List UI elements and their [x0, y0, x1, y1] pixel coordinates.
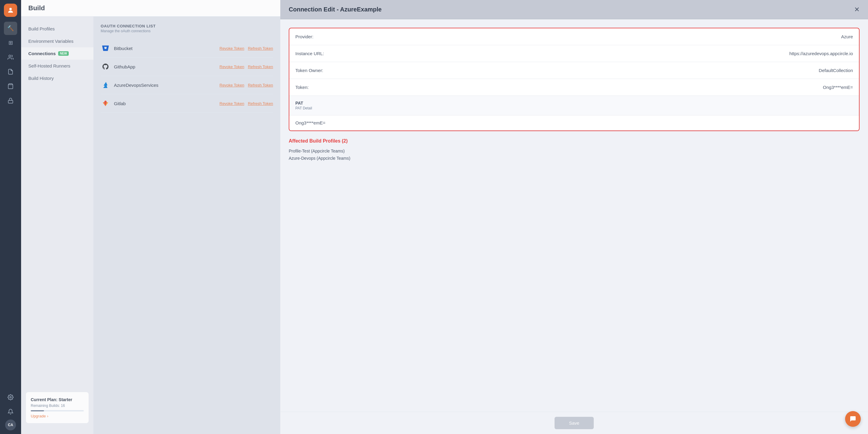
- bitbucket-refresh[interactable]: Refresh Token: [248, 46, 273, 51]
- sidebar-item-build-history[interactable]: Build History: [21, 72, 93, 84]
- svg-rect-3: [8, 100, 13, 103]
- sidebar-item-self-hosted[interactable]: Self-Hosted Runners: [21, 60, 93, 72]
- bag-icon[interactable]: [4, 80, 17, 93]
- plan-box: Current Plan: Starter Remaining Builds: …: [26, 392, 89, 423]
- affected-item-0: Profile-Test (Appcircle Teams): [289, 147, 860, 155]
- edit-header: Connection Edit - AzureExample ✕: [280, 0, 868, 19]
- close-button[interactable]: ✕: [854, 6, 860, 13]
- edit-body: Provider: Azure Instance URL: https://az…: [280, 19, 868, 412]
- app-logo[interactable]: [4, 4, 17, 17]
- users-icon[interactable]: [4, 51, 17, 64]
- github-actions: Revoke Token Refresh Token: [219, 64, 273, 69]
- grid-icon[interactable]: ⊞: [4, 36, 17, 50]
- gitlab-name: Gitlab: [114, 101, 219, 106]
- user-avatar[interactable]: CA: [5, 420, 16, 430]
- svg-point-1: [9, 55, 11, 57]
- github-revoke[interactable]: Revoke Token: [219, 64, 244, 69]
- top-bar: Build: [21, 0, 280, 17]
- oauth-section-title: OAUTH CONNECTION LIST: [101, 24, 273, 28]
- affected-profiles-section: Affected Build Profiles (2) Profile-Test…: [289, 138, 860, 162]
- pat-header-row: PAT PAT Detail: [289, 96, 859, 116]
- plan-title: Current Plan: Starter: [31, 397, 84, 403]
- svg-point-4: [10, 397, 11, 398]
- token-value: Ong3****emE=: [350, 85, 853, 90]
- sidebar-item-env-vars[interactable]: Environment Variables: [21, 35, 93, 47]
- edit-footer: Save: [280, 412, 868, 434]
- token-row: Token: Ong3****emE=: [289, 79, 859, 96]
- token-owner-value: DefaultCollection: [350, 68, 853, 73]
- instance-url-label: Instance URL:: [296, 51, 350, 56]
- gitlab-revoke[interactable]: Revoke Token: [219, 101, 244, 106]
- icon-sidebar: 🔨 ⊞: [0, 0, 21, 434]
- bitbucket-actions: Revoke Token Refresh Token: [219, 46, 273, 51]
- affected-title: Affected Build Profiles (2): [289, 138, 860, 144]
- plan-remaining: Remaining Builds: 16: [31, 404, 84, 408]
- app-title: Build: [28, 4, 45, 12]
- pat-value: Ong3****emE=: [296, 120, 326, 125]
- github-logo: [101, 62, 110, 71]
- save-button[interactable]: Save: [555, 417, 594, 429]
- github-name: GithubApp: [114, 64, 219, 69]
- edit-title: Connection Edit - AzureExample: [289, 6, 381, 13]
- oauth-item-github: GithubApp Revoke Token Refresh Token: [101, 58, 273, 76]
- plan-progress-bar: [31, 410, 84, 411]
- azure-logo: [101, 80, 110, 90]
- oauth-item-gitlab: Gitlab Revoke Token Refresh Token: [101, 94, 273, 113]
- token-owner-row: Token Owner: DefaultCollection: [289, 62, 859, 79]
- nav-sidebar: Build Profiles Environment Variables Con…: [21, 17, 93, 434]
- chat-fab-button[interactable]: [845, 411, 861, 427]
- bitbucket-name: Bitbucket: [114, 46, 219, 51]
- hammer-icon[interactable]: 🔨: [4, 22, 17, 35]
- bitbucket-revoke[interactable]: Revoke Token: [219, 46, 244, 51]
- bell-icon[interactable]: [4, 405, 17, 418]
- provider-row: Provider: Azure: [289, 28, 859, 45]
- github-refresh[interactable]: Refresh Token: [248, 64, 273, 69]
- gear-icon[interactable]: [4, 391, 17, 404]
- oauth-item-azure: AzureDevopsServices Revoke Token Refresh…: [101, 76, 273, 94]
- edit-panel: Connection Edit - AzureExample ✕ Provide…: [280, 0, 868, 434]
- oauth-panel: OAUTH CONNECTION LIST Manage the oAuth c…: [93, 17, 280, 434]
- main-panel: Build Build Profiles Environment Variabl…: [21, 0, 280, 434]
- file-icon[interactable]: [4, 65, 17, 79]
- gitlab-refresh[interactable]: Refresh Token: [248, 101, 273, 106]
- provider-label: Provider:: [296, 34, 350, 39]
- affected-item-1: Azure-Devops (Appcircle Teams): [289, 155, 860, 162]
- azure-revoke[interactable]: Revoke Token: [219, 83, 244, 87]
- azure-actions: Revoke Token Refresh Token: [219, 83, 273, 87]
- instance-url-row: Instance URL: https://azuredevops.appcir…: [289, 45, 859, 62]
- new-badge: NEW: [58, 51, 69, 56]
- sidebar-item-build-profiles[interactable]: Build Profiles: [21, 23, 93, 35]
- svg-point-0: [9, 8, 12, 10]
- instance-url-value: https://azuredevops.appcircle.io: [350, 51, 853, 56]
- sidebar-item-connections[interactable]: Connections NEW: [21, 47, 93, 60]
- token-owner-label: Token Owner:: [296, 68, 350, 73]
- gitlab-actions: Revoke Token Refresh Token: [219, 101, 273, 106]
- lock-icon[interactable]: [4, 94, 17, 107]
- info-card: Provider: Azure Instance URL: https://az…: [289, 28, 860, 131]
- content-area: Build Profiles Environment Variables Con…: [21, 17, 280, 434]
- upgrade-link[interactable]: Upgrade ›: [31, 414, 84, 418]
- bitbucket-logo: [101, 43, 110, 53]
- token-label: Token:: [296, 85, 350, 90]
- provider-value: Azure: [350, 34, 853, 39]
- plan-bar-fill: [31, 410, 44, 411]
- pat-sub: PAT Detail: [296, 106, 312, 110]
- gitlab-logo: [101, 98, 110, 108]
- oauth-header: OAUTH CONNECTION LIST Manage the oAuth c…: [101, 24, 273, 33]
- oauth-item-bitbucket: Bitbucket Revoke Token Refresh Token: [101, 39, 273, 58]
- azure-refresh[interactable]: Refresh Token: [248, 83, 273, 87]
- pat-label: PAT: [296, 101, 303, 105]
- oauth-section-subtitle: Manage the oAuth connections: [101, 29, 273, 33]
- azure-name: AzureDevopsServices: [114, 83, 219, 88]
- pat-value-row: Ong3****emE=: [289, 116, 859, 130]
